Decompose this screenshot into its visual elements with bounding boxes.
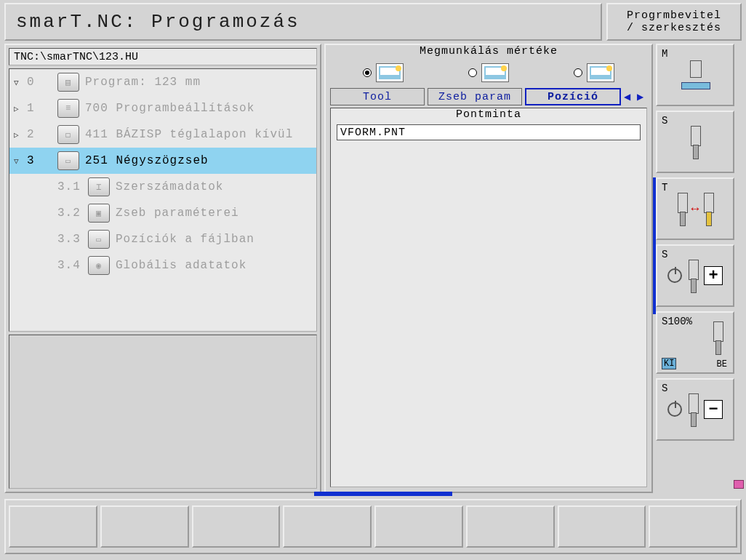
detail-body-title: Pontminta (331, 108, 646, 124)
expand-icon[interactable]: ▷ (14, 104, 21, 113)
mode-line-1: Progrmbevitel (627, 9, 721, 22)
program-icon: ▤ (57, 73, 79, 92)
bottom-softkey-4[interactable] (283, 505, 372, 548)
be-label: BE (715, 359, 729, 369)
status-indicator-icon (734, 480, 744, 489)
softkey-s-tool[interactable]: S (656, 111, 734, 173)
softkey-t-toolchange[interactable]: T ↔ (656, 177, 734, 240)
tab-position[interactable]: Pozíció (525, 88, 621, 105)
tree-row-number: 2 (27, 128, 52, 141)
strategy-icon-1 (376, 63, 404, 82)
expand-icon[interactable]: ▽ (14, 156, 21, 166)
bottom-softkey-row (4, 499, 742, 554)
bottom-softkey-7[interactable] (558, 505, 646, 548)
strategy-icon-2 (481, 63, 509, 82)
tree-row[interactable]: 3.1⌶Szerszámadatok (9, 174, 316, 200)
strategy-option-2[interactable] (468, 63, 509, 82)
bottom-softkey-2[interactable] (100, 505, 189, 548)
tree-row-label: Program: 123 mm (85, 76, 201, 89)
tree-row-number: 3 (27, 154, 52, 167)
bottom-softkey-8[interactable] (649, 505, 737, 548)
tree-row[interactable]: 3.2▣Zseb paraméterei (9, 200, 316, 226)
radio-icon (574, 68, 582, 77)
radio-icon (363, 68, 372, 77)
right-softkey-column: M S T ↔ S + S100% KI BE (656, 44, 739, 493)
bottom-softkey-5[interactable] (374, 505, 463, 548)
tree-row[interactable]: ▽0▤Program: 123 mm (9, 69, 316, 95)
tree-row-label: Szerszámadatok (116, 180, 223, 193)
program-path: TNC:\smarTNC\123.HU (9, 48, 317, 65)
tree-row-label: 251 Négyszögzseb (85, 154, 209, 167)
ki-label: KI (662, 358, 676, 369)
pattern-file-input[interactable]: VFORM.PNT (337, 124, 641, 140)
pocket-icon: ▭ (57, 151, 79, 170)
pocketparam-icon: ▣ (88, 204, 110, 223)
strategy-radio-row (326, 60, 651, 86)
tree-row-label: 411 BÁZISP téglalapon kívül (85, 128, 293, 141)
feed-plus-icon: + (657, 246, 733, 305)
speed-toggle-icon: KI BE (657, 313, 733, 372)
program-tree[interactable]: ▽0▤Program: 123 mm▷1≡700 Programbeállítá… (9, 68, 317, 332)
detail-tabs: Tool Zseb param Pozíció ◀ ▶ (326, 86, 651, 108)
tree-row[interactable]: ▷1≡700 Programbeállítások (9, 95, 316, 121)
softkey-s-feed-plus[interactable]: S + (656, 244, 734, 307)
strategy-icon-3 (587, 63, 614, 82)
tab-scroll-right-icon[interactable]: ▶ (637, 92, 647, 102)
tree-row-number: 0 (27, 76, 52, 89)
program-tree-panel: TNC:\smarTNC\123.HU ▽0▤Program: 123 mm▷1… (4, 44, 321, 493)
strategy-option-3[interactable] (574, 63, 614, 82)
bottom-softkey-1[interactable] (9, 505, 97, 548)
machine-icon (657, 45, 733, 105)
tree-row-number: 3.4 (57, 259, 82, 272)
tree-row-label: Pozíciók a fájlban (116, 233, 254, 246)
tab-scroll-left-icon[interactable]: ◀ (624, 92, 634, 102)
globe-icon: ◉ (88, 256, 110, 275)
softkey-page-indicator (314, 492, 452, 496)
tree-row[interactable]: 3.3▭Pozíciók a fájlban (9, 226, 316, 252)
tooldata-icon: ⌶ (88, 177, 110, 196)
mode-indicator: Progrmbevitel / szerkesztés (606, 3, 742, 41)
tree-row[interactable]: ▽3▭251 Négyszögzseb (9, 148, 316, 174)
settings-icon: ≡ (57, 99, 79, 118)
expand-icon[interactable]: ▽ (14, 78, 21, 87)
tree-row[interactable]: 3.4◉Globális adatatok (9, 252, 316, 279)
detail-heading: Megmunkálás mértéke (326, 45, 651, 60)
tree-row-label: Zseb paraméterei (116, 207, 239, 220)
strategy-option-1[interactable] (363, 63, 404, 82)
tree-empty-area (9, 335, 317, 489)
tree-row-label: 700 Programbeállítások (85, 102, 254, 115)
detail-body: Pontminta VFORM.PNT (330, 108, 647, 487)
feed-minus-icon: − (657, 380, 733, 439)
tool-change-icon: ↔ (657, 179, 733, 239)
tab-pocket-param[interactable]: Zseb param (428, 88, 522, 105)
softkey-s-feed-minus[interactable]: S − (656, 378, 734, 441)
base-icon: ◻ (57, 125, 79, 144)
tool-icon (657, 112, 733, 172)
tree-row-number: 1 (27, 102, 52, 115)
tree-row-number: 3.1 (57, 180, 82, 193)
expand-icon[interactable]: ▷ (14, 130, 21, 140)
radio-icon (468, 68, 477, 77)
tree-row-number: 3.2 (57, 207, 82, 220)
tree-row[interactable]: ▷2◻411 BÁZISP téglalapon kívül (9, 121, 316, 148)
positions-icon: ▭ (88, 230, 110, 249)
tree-row-label: Globális adatatok (116, 259, 246, 272)
app-title: smarT.NC: Programozás (4, 3, 602, 41)
bottom-softkey-3[interactable] (192, 505, 281, 548)
bottom-softkey-6[interactable] (466, 505, 555, 548)
softkey-m-machine[interactable]: M (656, 44, 734, 106)
tab-tool[interactable]: Tool (330, 88, 425, 105)
softkey-speed-toggle[interactable]: S100% KI BE (656, 311, 734, 374)
tree-row-number: 3.3 (57, 233, 82, 246)
detail-panel: Megmunkálás mértéke Tool Zseb param Pozí… (324, 44, 653, 493)
mode-line-2: / szerkesztés (627, 22, 721, 34)
